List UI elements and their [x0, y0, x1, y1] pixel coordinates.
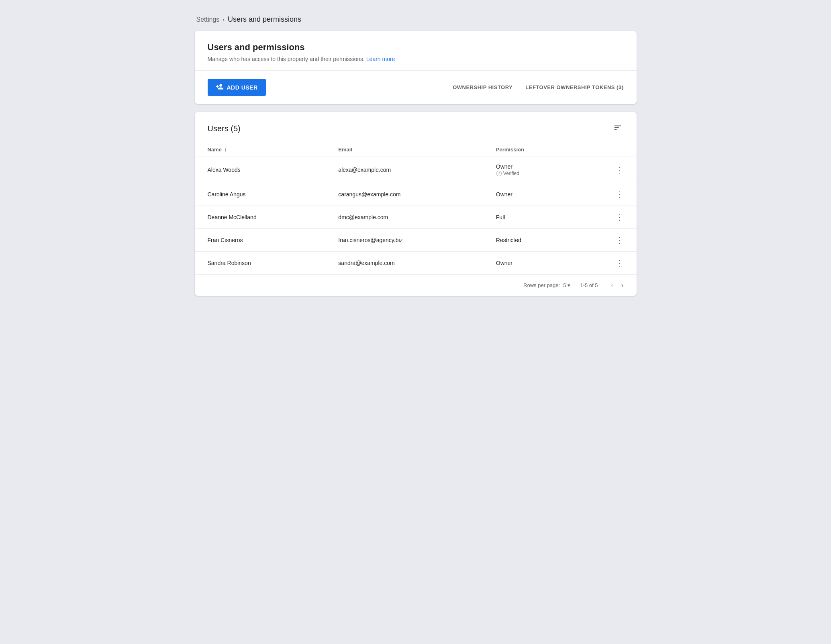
col-permission: Permission	[483, 142, 578, 157]
table-row: Deanne McClellanddmc@example.comFull⋮	[195, 206, 637, 229]
permission-label: Full	[496, 214, 565, 220]
page-range: 1-5 of 5	[580, 282, 598, 288]
breadcrumb-settings[interactable]: Settings	[196, 16, 220, 23]
cell-permission: Restricted	[483, 229, 578, 252]
cell-email: sandra@example.com	[325, 252, 483, 275]
card-actions: ADD USER OWNERSHIP HISTORY LEFTOVER OWNE…	[195, 71, 637, 104]
rows-per-page: Rows per page: 5 ▾	[523, 282, 570, 288]
add-user-label: ADD USER	[227, 84, 258, 91]
cell-more-actions: ⋮	[577, 229, 636, 252]
rows-per-page-value: 5	[563, 282, 566, 288]
cell-name: Deanne McClelland	[195, 206, 326, 229]
cell-name: Fran Cisneros	[195, 229, 326, 252]
cell-name: Alexa Woods	[195, 157, 326, 183]
table-row: Alexa Woodsalexa@example.comOwner?Verifi…	[195, 157, 637, 183]
verified-label: ?Verified	[496, 171, 565, 176]
next-page-button[interactable]: ›	[618, 279, 627, 291]
cell-name: Sandra Robinson	[195, 252, 326, 275]
users-title: Users (5)	[208, 124, 241, 133]
permission-label: Owner	[496, 163, 565, 170]
breadcrumb: Settings › Users and permissions	[195, 8, 637, 31]
col-email: Email	[325, 142, 483, 157]
action-links: OWNERSHIP HISTORY LEFTOVER OWNERSHIP TOK…	[453, 84, 623, 90]
rows-per-page-label: Rows per page:	[523, 282, 560, 288]
cell-more-actions: ⋮	[577, 206, 636, 229]
table-row: Fran Cisnerosfran.cisneros@agency.bizRes…	[195, 229, 637, 252]
more-options-button[interactable]: ⋮	[616, 213, 624, 222]
permission-label: Restricted	[496, 237, 565, 243]
table-header-row: Name ↓ Email Permission	[195, 142, 637, 157]
card-subtitle: Manage who has access to this property a…	[208, 56, 624, 62]
more-options-button[interactable]: ⋮	[616, 236, 624, 245]
col-actions	[577, 142, 636, 157]
cell-permission: Full	[483, 206, 578, 229]
filter-icon[interactable]	[612, 122, 624, 136]
leftover-tokens-link[interactable]: LEFTOVER OWNERSHIP TOKENS (3)	[525, 84, 623, 90]
page-title: Users and permissions	[208, 42, 624, 53]
add-user-icon	[216, 83, 224, 92]
verified-icon[interactable]: ?	[496, 171, 502, 176]
rows-dropdown-icon: ▾	[568, 282, 570, 288]
breadcrumb-chevron-icon: ›	[223, 16, 225, 23]
cell-more-actions: ⋮	[577, 183, 636, 206]
pagination-buttons: ‹ ›	[608, 279, 627, 291]
cell-email: fran.cisneros@agency.biz	[325, 229, 483, 252]
cell-permission: Owner	[483, 183, 578, 206]
info-card: Users and permissions Manage who has acc…	[195, 31, 637, 104]
cell-more-actions: ⋮	[577, 252, 636, 275]
users-card: Users (5) Name ↓ Email	[195, 112, 637, 296]
subtitle-text: Manage who has access to this property a…	[208, 56, 365, 62]
cell-email: dmc@example.com	[325, 206, 483, 229]
breadcrumb-current: Users and permissions	[228, 15, 301, 24]
users-table: Name ↓ Email Permission Alexa Woodsalexa…	[195, 142, 637, 274]
cell-permission: Owner	[483, 252, 578, 275]
more-options-button[interactable]: ⋮	[616, 165, 624, 174]
cell-more-actions: ⋮	[577, 157, 636, 183]
add-user-button[interactable]: ADD USER	[208, 79, 266, 96]
table-footer: Rows per page: 5 ▾ 1-5 of 5 ‹ ›	[195, 274, 637, 296]
col-name[interactable]: Name ↓	[195, 142, 326, 157]
permission-label: Owner	[496, 191, 565, 198]
more-options-button[interactable]: ⋮	[616, 190, 624, 199]
prev-page-button[interactable]: ‹	[608, 279, 617, 291]
more-options-button[interactable]: ⋮	[616, 259, 624, 267]
cell-email: carangus@example.com	[325, 183, 483, 206]
rows-per-page-select[interactable]: 5 ▾	[563, 282, 570, 288]
users-header: Users (5)	[195, 112, 637, 142]
table-row: Caroline Anguscarangus@example.comOwner⋮	[195, 183, 637, 206]
ownership-history-link[interactable]: OWNERSHIP HISTORY	[453, 84, 512, 90]
permission-label: Owner	[496, 260, 565, 266]
table-row: Sandra Robinsonsandra@example.comOwner⋮	[195, 252, 637, 275]
sort-arrow-icon: ↓	[224, 146, 227, 153]
card-header: Users and permissions Manage who has acc…	[195, 31, 637, 71]
learn-more-link[interactable]: Learn more	[366, 56, 395, 62]
cell-email: alexa@example.com	[325, 157, 483, 183]
cell-name: Caroline Angus	[195, 183, 326, 206]
cell-permission: Owner?Verified	[483, 157, 578, 183]
